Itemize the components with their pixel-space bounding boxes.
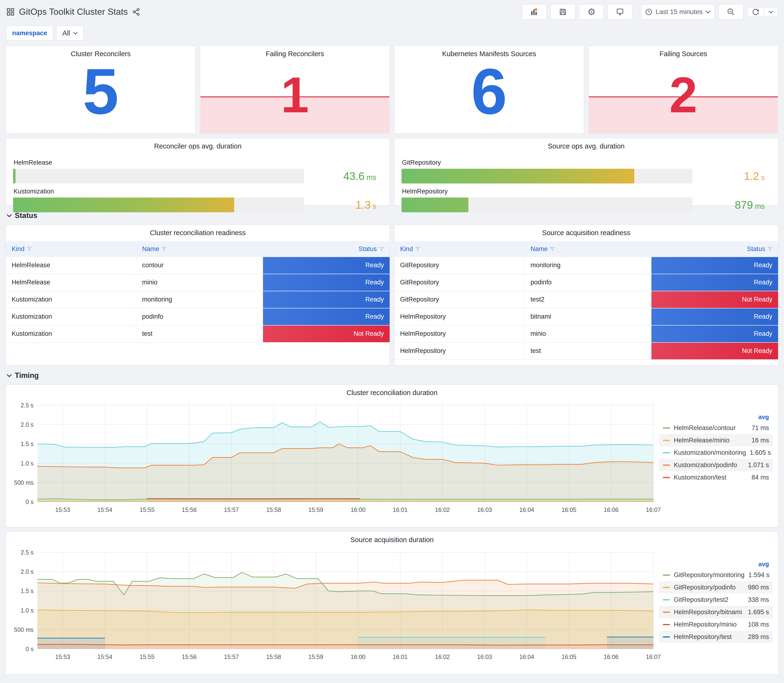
cell-status: Ready (263, 257, 390, 274)
legend-item[interactable]: GitRepository/test2338 ms (659, 593, 773, 606)
time-series-plot[interactable]: 0 s500 ms1.0 s1.5 s2.0 s2.5 s15:5315:541… (9, 399, 661, 518)
legend-series-name: Kustomization/monitoring (674, 449, 746, 457)
cell-kind: Kustomization (6, 325, 136, 342)
cell-name: test (136, 325, 263, 342)
column-header-kind[interactable]: Kind (394, 245, 525, 253)
section-timing[interactable]: Timing (6, 371, 778, 380)
svg-text:16:06: 16:06 (604, 507, 619, 513)
table-panel-title: Cluster reconciliation readiness (6, 225, 390, 237)
table-row: HelmReleaseminioReady (6, 274, 390, 291)
status-badge: Ready (263, 308, 390, 325)
gauge-track[interactable] (401, 197, 693, 212)
gauge-track[interactable] (13, 169, 304, 183)
refresh-interval-dropdown[interactable] (764, 8, 778, 16)
filter-funnel-icon (27, 247, 32, 252)
legend-item[interactable]: GitRepository/podinfo980 ms (659, 581, 773, 593)
column-header-kind[interactable]: Kind (6, 245, 136, 253)
legend-item[interactable]: Kustomization/test84 ms (659, 471, 773, 484)
cell-status: Ready (263, 291, 390, 308)
svg-text:500 ms: 500 ms (14, 626, 34, 633)
cell-status: Ready (263, 308, 390, 325)
cell-kind: GitRepository (394, 291, 525, 308)
column-header-status[interactable]: Status (263, 245, 390, 253)
gauge-track[interactable] (401, 169, 693, 183)
filter-funnel-icon (768, 247, 772, 252)
gauges-row: Reconciler ops avg. durationHelmRelease4… (6, 138, 778, 205)
gauge-track[interactable] (13, 197, 304, 212)
svg-text:0 s: 0 s (26, 646, 34, 652)
legend-item[interactable]: HelmRepository/test289 ms (659, 631, 773, 643)
legend-series-avg: 338 ms (748, 596, 769, 603)
svg-text:16:01: 16:01 (393, 654, 408, 660)
table-row: KustomizationmonitoringReady (6, 291, 390, 308)
legend-item[interactable]: GitRepository/monitoring1.594 s (659, 569, 773, 581)
cell-status: Ready (651, 308, 778, 325)
column-header-label: Name (531, 245, 548, 253)
dashboard-grid-icon[interactable] (6, 8, 15, 16)
legend-series-name: Kustomization/podinfo (674, 462, 744, 469)
svg-text:16:02: 16:02 (435, 654, 450, 660)
gear-icon: ⚙ (587, 7, 595, 16)
cell-status: Not Ready (651, 343, 778, 359)
refresh-button[interactable] (747, 8, 764, 16)
svg-text:15:59: 15:59 (308, 507, 324, 513)
legend-item[interactable]: HelmRepository/minio108 ms (659, 618, 773, 631)
share-icon[interactable] (132, 8, 140, 16)
svg-text:2.0 s: 2.0 s (21, 421, 34, 428)
filter-funnel-icon (162, 247, 167, 252)
legend-avg-header: avg (659, 560, 773, 569)
svg-text:15:59: 15:59 (308, 654, 324, 660)
legend-series-avg: 1.594 s (748, 571, 770, 579)
table: KindNameStatusGitRepositorymonitoringRea… (394, 241, 778, 360)
table-row: GitRepositorymonitoringReady (394, 257, 778, 274)
cell-name: podinfo (525, 274, 651, 291)
column-header-name[interactable]: Name (525, 245, 651, 253)
section-status[interactable]: Status (6, 211, 778, 220)
svg-text:15:56: 15:56 (182, 507, 197, 513)
svg-text:16:02: 16:02 (435, 507, 450, 513)
namespace-filter-label[interactable]: namespace (6, 26, 53, 40)
legend-series-swatch (663, 440, 670, 441)
page-title: GitOps Toolkit Cluster Stats (19, 7, 128, 17)
legend-series-name: HelmRepository/minio (674, 621, 744, 628)
column-header-label: Status (747, 245, 765, 253)
legend-item[interactable]: Kustomization/monitoring1.605 s (659, 446, 773, 459)
svg-text:15:53: 15:53 (55, 654, 70, 660)
legend-series-name: HelmRepository/bitnami (674, 609, 744, 616)
svg-text:16:05: 16:05 (561, 507, 576, 513)
filter-funnel-icon (379, 247, 384, 252)
legend-series-name: GitRepository/podinfo (674, 584, 744, 591)
status-badge: Ready (263, 274, 390, 291)
gauge-fill (401, 197, 468, 212)
legend-item[interactable]: HelmRelease/contour71 ms (659, 422, 773, 434)
legend-series-swatch (663, 427, 670, 429)
status-badge: Not Ready (651, 291, 778, 308)
chevron-down-icon (6, 214, 12, 217)
svg-text:2.5 s: 2.5 s (21, 549, 34, 556)
zoom-out-button[interactable] (718, 4, 743, 19)
cell-name: test2 (525, 291, 651, 308)
cell-name: bitnami (525, 308, 651, 325)
stat-value: 1 (200, 70, 390, 120)
status-badge: Ready (651, 325, 778, 342)
legend-item[interactable]: HelmRelease/minio16 ms (659, 434, 773, 446)
column-header-status[interactable]: Status (651, 245, 778, 253)
table-row: HelmRepositorytestNot Ready (394, 343, 778, 360)
cell-kind: GitRepository (394, 274, 525, 291)
column-header-name[interactable]: Name (136, 245, 263, 253)
add-panel-button[interactable] (522, 4, 547, 19)
cell-status: Ready (651, 274, 778, 291)
table-row: HelmRepositoryminioReady (394, 325, 778, 343)
time-series-plot[interactable]: 0 s500 ms1.0 s1.5 s2.0 s2.5 s15:5315:541… (9, 546, 661, 665)
namespace-filter-value[interactable]: All (56, 26, 83, 40)
legend-item[interactable]: Kustomization/podinfo1.071 s (659, 459, 773, 471)
svg-text:16:03: 16:03 (477, 507, 492, 513)
dashboard-settings-button[interactable]: ⚙ (579, 4, 604, 19)
status-badge: Ready (651, 274, 778, 291)
save-dashboard-button[interactable] (550, 4, 575, 19)
legend-item[interactable]: HelmRepository/bitnami1.695 s (659, 606, 773, 618)
cell-kind: GitRepository (394, 257, 525, 274)
cycle-view-mode-button[interactable] (608, 4, 632, 19)
time-range-picker[interactable]: Last 15 minutes (641, 4, 715, 19)
cell-name: monitoring (525, 257, 651, 274)
